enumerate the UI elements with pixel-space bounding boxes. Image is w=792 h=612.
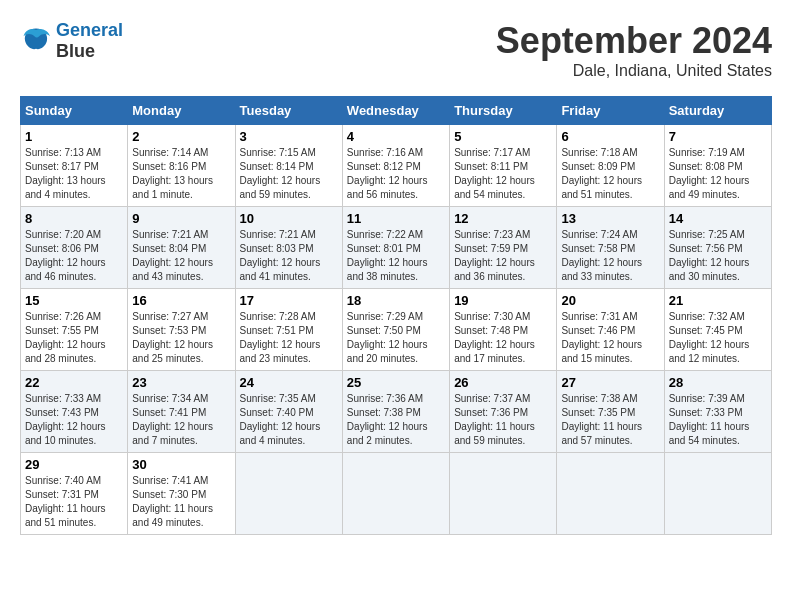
day-number: 27 xyxy=(561,375,659,390)
day-info: Sunrise: 7:24 AM Sunset: 7:58 PM Dayligh… xyxy=(561,228,659,284)
table-row: 18Sunrise: 7:29 AM Sunset: 7:50 PM Dayli… xyxy=(342,289,449,371)
table-row: 2Sunrise: 7:14 AM Sunset: 8:16 PM Daylig… xyxy=(128,125,235,207)
table-row: 6Sunrise: 7:18 AM Sunset: 8:09 PM Daylig… xyxy=(557,125,664,207)
day-info: Sunrise: 7:31 AM Sunset: 7:46 PM Dayligh… xyxy=(561,310,659,366)
day-info: Sunrise: 7:27 AM Sunset: 7:53 PM Dayligh… xyxy=(132,310,230,366)
day-info: Sunrise: 7:21 AM Sunset: 8:03 PM Dayligh… xyxy=(240,228,338,284)
table-row: 16Sunrise: 7:27 AM Sunset: 7:53 PM Dayli… xyxy=(128,289,235,371)
table-row: 29Sunrise: 7:40 AM Sunset: 7:31 PM Dayli… xyxy=(21,453,128,535)
table-row: 21Sunrise: 7:32 AM Sunset: 7:45 PM Dayli… xyxy=(664,289,771,371)
table-row: 3Sunrise: 7:15 AM Sunset: 8:14 PM Daylig… xyxy=(235,125,342,207)
table-row: 9Sunrise: 7:21 AM Sunset: 8:04 PM Daylig… xyxy=(128,207,235,289)
day-number: 29 xyxy=(25,457,123,472)
day-number: 9 xyxy=(132,211,230,226)
day-info: Sunrise: 7:34 AM Sunset: 7:41 PM Dayligh… xyxy=(132,392,230,448)
table-row: 10Sunrise: 7:21 AM Sunset: 8:03 PM Dayli… xyxy=(235,207,342,289)
day-number: 19 xyxy=(454,293,552,308)
day-number: 28 xyxy=(669,375,767,390)
table-row: 30Sunrise: 7:41 AM Sunset: 7:30 PM Dayli… xyxy=(128,453,235,535)
day-number: 20 xyxy=(561,293,659,308)
table-row: 4Sunrise: 7:16 AM Sunset: 8:12 PM Daylig… xyxy=(342,125,449,207)
table-row: 26Sunrise: 7:37 AM Sunset: 7:36 PM Dayli… xyxy=(450,371,557,453)
day-number: 2 xyxy=(132,129,230,144)
header-sunday: Sunday xyxy=(21,97,128,125)
calendar-week-row: 22Sunrise: 7:33 AM Sunset: 7:43 PM Dayli… xyxy=(21,371,772,453)
day-info: Sunrise: 7:15 AM Sunset: 8:14 PM Dayligh… xyxy=(240,146,338,202)
day-number: 11 xyxy=(347,211,445,226)
table-row: 12Sunrise: 7:23 AM Sunset: 7:59 PM Dayli… xyxy=(450,207,557,289)
header-thursday: Thursday xyxy=(450,97,557,125)
header-saturday: Saturday xyxy=(664,97,771,125)
table-row: 1Sunrise: 7:13 AM Sunset: 8:17 PM Daylig… xyxy=(21,125,128,207)
day-info: Sunrise: 7:13 AM Sunset: 8:17 PM Dayligh… xyxy=(25,146,123,202)
day-number: 12 xyxy=(454,211,552,226)
table-row: 22Sunrise: 7:33 AM Sunset: 7:43 PM Dayli… xyxy=(21,371,128,453)
table-row: 11Sunrise: 7:22 AM Sunset: 8:01 PM Dayli… xyxy=(342,207,449,289)
page-header: General Blue September 2024 Dale, Indian… xyxy=(20,20,772,80)
day-info: Sunrise: 7:26 AM Sunset: 7:55 PM Dayligh… xyxy=(25,310,123,366)
day-info: Sunrise: 7:19 AM Sunset: 8:08 PM Dayligh… xyxy=(669,146,767,202)
title-area: September 2024 Dale, Indiana, United Sta… xyxy=(496,20,772,80)
day-info: Sunrise: 7:18 AM Sunset: 8:09 PM Dayligh… xyxy=(561,146,659,202)
day-info: Sunrise: 7:38 AM Sunset: 7:35 PM Dayligh… xyxy=(561,392,659,448)
table-row: 27Sunrise: 7:38 AM Sunset: 7:35 PM Dayli… xyxy=(557,371,664,453)
day-info: Sunrise: 7:36 AM Sunset: 7:38 PM Dayligh… xyxy=(347,392,445,448)
day-number: 18 xyxy=(347,293,445,308)
day-number: 5 xyxy=(454,129,552,144)
day-info: Sunrise: 7:21 AM Sunset: 8:04 PM Dayligh… xyxy=(132,228,230,284)
day-number: 15 xyxy=(25,293,123,308)
day-number: 16 xyxy=(132,293,230,308)
location-title: Dale, Indiana, United States xyxy=(496,62,772,80)
calendar-week-row: 29Sunrise: 7:40 AM Sunset: 7:31 PM Dayli… xyxy=(21,453,772,535)
day-info: Sunrise: 7:40 AM Sunset: 7:31 PM Dayligh… xyxy=(25,474,123,530)
table-row: 8Sunrise: 7:20 AM Sunset: 8:06 PM Daylig… xyxy=(21,207,128,289)
logo: General Blue xyxy=(20,20,123,62)
header-wednesday: Wednesday xyxy=(342,97,449,125)
day-number: 25 xyxy=(347,375,445,390)
table-row: 24Sunrise: 7:35 AM Sunset: 7:40 PM Dayli… xyxy=(235,371,342,453)
day-number: 10 xyxy=(240,211,338,226)
table-row: 15Sunrise: 7:26 AM Sunset: 7:55 PM Dayli… xyxy=(21,289,128,371)
day-info: Sunrise: 7:37 AM Sunset: 7:36 PM Dayligh… xyxy=(454,392,552,448)
day-number: 3 xyxy=(240,129,338,144)
day-info: Sunrise: 7:16 AM Sunset: 8:12 PM Dayligh… xyxy=(347,146,445,202)
day-number: 24 xyxy=(240,375,338,390)
day-info: Sunrise: 7:29 AM Sunset: 7:50 PM Dayligh… xyxy=(347,310,445,366)
day-number: 21 xyxy=(669,293,767,308)
table-row: 14Sunrise: 7:25 AM Sunset: 7:56 PM Dayli… xyxy=(664,207,771,289)
logo-text: General Blue xyxy=(56,20,123,62)
day-info: Sunrise: 7:25 AM Sunset: 7:56 PM Dayligh… xyxy=(669,228,767,284)
day-info: Sunrise: 7:22 AM Sunset: 8:01 PM Dayligh… xyxy=(347,228,445,284)
day-number: 7 xyxy=(669,129,767,144)
month-title: September 2024 xyxy=(496,20,772,62)
day-info: Sunrise: 7:32 AM Sunset: 7:45 PM Dayligh… xyxy=(669,310,767,366)
calendar-table: Sunday Monday Tuesday Wednesday Thursday… xyxy=(20,96,772,535)
table-row: 28Sunrise: 7:39 AM Sunset: 7:33 PM Dayli… xyxy=(664,371,771,453)
table-row: 5Sunrise: 7:17 AM Sunset: 8:11 PM Daylig… xyxy=(450,125,557,207)
day-number: 22 xyxy=(25,375,123,390)
day-number: 23 xyxy=(132,375,230,390)
day-info: Sunrise: 7:23 AM Sunset: 7:59 PM Dayligh… xyxy=(454,228,552,284)
table-row: 7Sunrise: 7:19 AM Sunset: 8:08 PM Daylig… xyxy=(664,125,771,207)
day-info: Sunrise: 7:17 AM Sunset: 8:11 PM Dayligh… xyxy=(454,146,552,202)
day-number: 30 xyxy=(132,457,230,472)
table-row xyxy=(450,453,557,535)
header-monday: Monday xyxy=(128,97,235,125)
logo-icon xyxy=(20,27,52,55)
calendar-week-row: 1Sunrise: 7:13 AM Sunset: 8:17 PM Daylig… xyxy=(21,125,772,207)
day-number: 6 xyxy=(561,129,659,144)
calendar-week-row: 15Sunrise: 7:26 AM Sunset: 7:55 PM Dayli… xyxy=(21,289,772,371)
day-number: 14 xyxy=(669,211,767,226)
day-number: 13 xyxy=(561,211,659,226)
calendar-week-row: 8Sunrise: 7:20 AM Sunset: 8:06 PM Daylig… xyxy=(21,207,772,289)
header-friday: Friday xyxy=(557,97,664,125)
table-row xyxy=(557,453,664,535)
table-row: 25Sunrise: 7:36 AM Sunset: 7:38 PM Dayli… xyxy=(342,371,449,453)
day-info: Sunrise: 7:14 AM Sunset: 8:16 PM Dayligh… xyxy=(132,146,230,202)
table-row: 17Sunrise: 7:28 AM Sunset: 7:51 PM Dayli… xyxy=(235,289,342,371)
day-number: 17 xyxy=(240,293,338,308)
table-row: 19Sunrise: 7:30 AM Sunset: 7:48 PM Dayli… xyxy=(450,289,557,371)
day-number: 26 xyxy=(454,375,552,390)
table-row xyxy=(664,453,771,535)
day-info: Sunrise: 7:41 AM Sunset: 7:30 PM Dayligh… xyxy=(132,474,230,530)
